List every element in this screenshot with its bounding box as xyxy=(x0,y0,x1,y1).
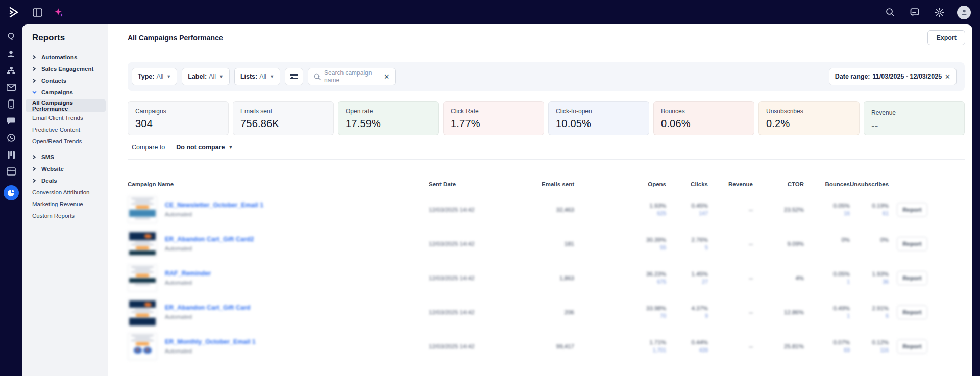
sidebar-item-contacts[interactable]: Contacts xyxy=(22,74,108,86)
sidebar-item-open-read-trends[interactable]: Open/Read Trends xyxy=(22,135,108,147)
email-thumbnail xyxy=(128,264,157,292)
bounces-cell: 0.05% xyxy=(804,271,850,277)
search-icon[interactable] xyxy=(884,6,897,19)
panel-toggle-icon[interactable] xyxy=(31,6,44,19)
sidebar-item-automations[interactable]: Automations xyxy=(22,51,108,63)
metric-value: 0.06% xyxy=(661,118,747,130)
clicks-count[interactable]: 439 xyxy=(666,347,708,353)
search-icon xyxy=(314,73,321,80)
ctor-cell: 23.52% xyxy=(753,207,804,213)
sidebar-item-website[interactable]: Website xyxy=(22,163,108,174)
clear-search-icon[interactable]: ✕ xyxy=(384,73,389,81)
campaign-name-link[interactable]: RAF_Reminder xyxy=(165,270,211,277)
filter-label: Lists: xyxy=(240,73,257,80)
metric-label: Click-to-open xyxy=(556,108,642,115)
opens-cell: 1.71% xyxy=(574,339,666,345)
bounces-count[interactable]: 16 xyxy=(804,210,850,216)
sidebar-item-deals[interactable]: Deals xyxy=(22,174,108,186)
clicks-count[interactable]: 147 xyxy=(666,210,708,216)
metric-label: Click Rate xyxy=(451,108,536,115)
type-filter-dropdown[interactable]: Type: All ▼ xyxy=(132,68,177,85)
chat-icon[interactable] xyxy=(908,6,921,19)
label-filter-dropdown[interactable]: Label: All ▼ xyxy=(182,68,230,85)
clicks-count[interactable]: 5 xyxy=(666,244,708,250)
sidebar-item-predictive-content[interactable]: Predictive Content xyxy=(22,123,108,135)
sidebar-title: Reports xyxy=(22,33,108,43)
campaigns-email-icon[interactable] xyxy=(6,82,16,92)
metric-label: Revenue xyxy=(871,109,896,117)
compare-dropdown[interactable]: Do not compare ▼ xyxy=(176,144,233,151)
filter-label: Label: xyxy=(188,73,207,80)
opens-count[interactable]: 55 xyxy=(574,244,666,250)
col-emails-sent: Emails sent xyxy=(510,181,574,192)
filter-label: Date range: xyxy=(835,73,870,80)
metric-card-bounces: Bounces 0.06% xyxy=(653,101,754,135)
sms-phone-icon[interactable] xyxy=(6,99,16,109)
settings-gear-icon[interactable] xyxy=(933,6,946,19)
opens-count[interactable]: 70 xyxy=(574,313,666,319)
clicks-count[interactable]: 9 xyxy=(666,313,708,319)
bounces-count[interactable] xyxy=(804,244,850,250)
sidebar-item-conversion-attribution[interactable]: Conversion Attribution xyxy=(22,186,108,198)
lists-filter-dropdown[interactable]: Lists: All ▼ xyxy=(234,68,280,85)
search-campaign-input[interactable]: Search campaign name ✕ xyxy=(308,68,396,85)
metric-label: Emails sent xyxy=(240,108,326,115)
campaign-name-link[interactable]: ER_Monthly_October_Email 1 xyxy=(165,338,256,345)
campaign-name-link[interactable]: ER_Abandon Cart_Gift Card xyxy=(165,304,250,311)
clicks-cell: 0.45% xyxy=(666,203,708,209)
clicks-count[interactable]: 27 xyxy=(666,279,708,285)
forms-browser-icon[interactable] xyxy=(6,166,16,177)
more-filters-button[interactable] xyxy=(285,68,303,85)
chevron-down-icon: ▼ xyxy=(228,145,233,150)
opens-count[interactable]: 625 xyxy=(574,210,666,216)
sidebar-item-marketing-revenue[interactable]: Marketing Revenue xyxy=(22,198,108,210)
campaign-name-link[interactable]: CE_Newsletter_October_Email 1 xyxy=(165,202,263,209)
revenue-cell: -- xyxy=(708,309,753,315)
bounces-count[interactable]: 1 xyxy=(804,313,850,319)
col-ctor: CTOR xyxy=(753,181,804,192)
export-button[interactable]: Export xyxy=(927,30,965,45)
metric-cards: Campaigns 304 Emails sent 756.86K Open r… xyxy=(128,101,965,135)
sidebar-item-campaigns[interactable]: Campaigns xyxy=(22,86,108,98)
revenue-cell: -- xyxy=(708,241,753,247)
sidebar-item-sms[interactable]: SMS xyxy=(22,151,108,163)
date-range-filter[interactable]: Date range: 11/03/2025 - 12/03/2025 ✕ xyxy=(829,68,957,85)
chevron-down-icon: ▼ xyxy=(270,74,274,79)
unsubscribes-count[interactable] xyxy=(850,244,889,250)
kanban-deals-icon[interactable] xyxy=(6,149,16,160)
unsubscribes-count[interactable]: 116 xyxy=(850,347,889,353)
sidebar-item-sales-engagement[interactable]: Sales Engagement xyxy=(22,63,108,74)
whatsapp-icon[interactable] xyxy=(6,133,16,143)
table-row: CE_Newsletter_October_Email 1 Automated … xyxy=(128,192,965,227)
email-thumbnail xyxy=(128,196,157,223)
bounces-count[interactable]: 1 xyxy=(804,279,850,285)
report-button[interactable]: Report xyxy=(897,305,927,319)
clear-date-range-icon[interactable]: ✕ xyxy=(945,73,950,81)
contacts-icon[interactable] xyxy=(6,48,16,59)
report-button[interactable]: Report xyxy=(897,237,927,251)
user-avatar[interactable] xyxy=(957,6,971,19)
report-button[interactable]: Report xyxy=(897,203,927,217)
metric-label: Campaigns xyxy=(135,108,221,115)
ai-sparkle-icon[interactable] xyxy=(52,6,65,19)
reports-pie-icon-active[interactable] xyxy=(4,185,19,200)
sent-date-cell: 12/03/2025 14:42 xyxy=(429,275,510,281)
sidebar-item-email-client-trends[interactable]: Email Client Trends xyxy=(22,112,108,123)
lightbulb-icon[interactable] xyxy=(6,32,16,42)
unsubscribes-count[interactable]: 61 xyxy=(850,210,889,216)
bounces-count[interactable]: 69 xyxy=(804,347,850,353)
opens-count[interactable]: 675 xyxy=(574,279,666,285)
sidebar-item-custom-reports[interactable]: Custom Reports xyxy=(22,210,108,221)
campaign-type: Automated xyxy=(165,280,211,286)
conversations-icon[interactable] xyxy=(6,116,16,126)
campaign-name-link[interactable]: ER_Abandon Cart_Gift Card2 xyxy=(165,236,254,243)
automations-sitemap-icon[interactable] xyxy=(6,65,16,76)
sidebar-item-all-campaigns-performance[interactable]: All Campaigns Performance xyxy=(26,99,106,112)
metric-label: Open rate xyxy=(346,108,431,115)
unsubscribes-count[interactable]: 36 xyxy=(850,279,889,285)
sidebar-item-label: Campaigns xyxy=(41,89,73,95)
report-button[interactable]: Report xyxy=(897,339,927,354)
opens-count[interactable]: 1,701 xyxy=(574,347,666,353)
report-button[interactable]: Report xyxy=(897,271,927,285)
unsubscribes-count[interactable]: 6 xyxy=(850,313,889,319)
